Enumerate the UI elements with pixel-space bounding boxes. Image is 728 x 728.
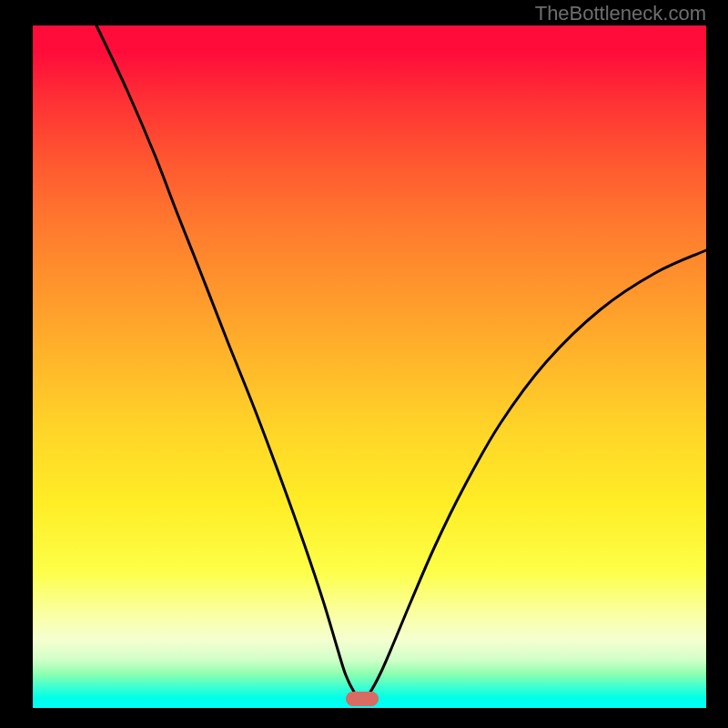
bottleneck-curve-path (96, 25, 706, 702)
optimal-marker (346, 692, 379, 706)
bottleneck-curve (0, 0, 728, 728)
